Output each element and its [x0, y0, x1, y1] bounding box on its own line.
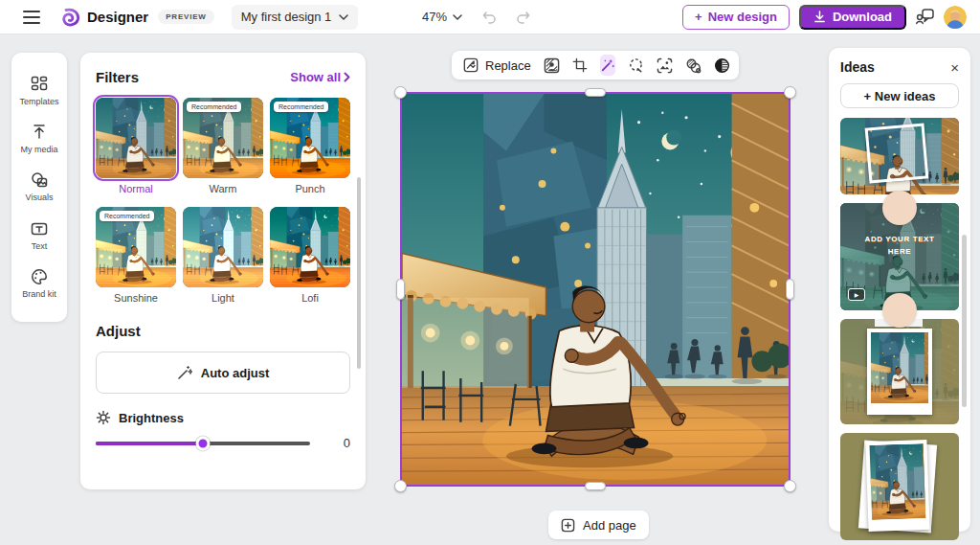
photo-frame-overlay — [865, 123, 929, 183]
filter-tile-punch[interactable]: Recommended Punch — [270, 98, 350, 194]
zoom-control[interactable]: 47% — [422, 10, 531, 25]
palette-icon — [31, 268, 48, 285]
background-blur-icon[interactable] — [544, 57, 560, 74]
brightness-label: Brightness — [119, 411, 184, 425]
new-design-label: New design — [708, 10, 777, 24]
sidebar-item-templates[interactable]: Templates — [11, 76, 67, 106]
auto-adjust-button[interactable]: Auto adjust — [96, 352, 350, 394]
filter-tile-warm[interactable]: Recommended Warm — [183, 98, 263, 194]
resize-handle-top-right[interactable] — [784, 86, 796, 99]
download-button[interactable]: Download — [799, 5, 906, 30]
remove-background-icon[interactable] — [657, 57, 673, 74]
ideas-panel: Ideas × + New ideas ADD YOUR TEXT HERE ▶ — [829, 48, 970, 532]
auto-adjust-label: Auto adjust — [201, 366, 270, 380]
decorative-dot — [882, 191, 917, 225]
brightness-slider-thumb[interactable] — [196, 436, 211, 450]
adjust-title: Adjust — [96, 323, 350, 339]
brightness-value: 0 — [344, 436, 350, 450]
canvas-image[interactable] — [400, 92, 791, 487]
upload-icon — [31, 124, 48, 141]
filters-scrollbar[interactable] — [357, 177, 361, 369]
new-ideas-label: New ideas — [875, 89, 936, 103]
zoom-level: 47% — [422, 10, 447, 24]
filter-tile-light[interactable]: Light — [183, 207, 263, 304]
ideas-scrollbar[interactable] — [962, 235, 967, 407]
download-icon — [813, 11, 826, 23]
filter-tile-sunshine[interactable]: Recommended Sunshine — [96, 207, 176, 304]
adjustments-icon[interactable] — [714, 57, 730, 74]
resize-handle-right[interactable] — [786, 279, 794, 300]
filter-tile-normal[interactable]: Normal — [96, 98, 176, 194]
new-ideas-button[interactable]: + New ideas — [840, 83, 959, 108]
new-design-button[interactable]: + New design — [682, 5, 790, 30]
polaroid-photo — [867, 329, 932, 415]
sidebar-item-label: Text — [32, 241, 48, 251]
idea-thumbnail-framed[interactable] — [840, 118, 959, 194]
replace-button[interactable]: Replace — [463, 57, 531, 73]
magic-wand-icon — [177, 365, 192, 380]
crop-icon[interactable] — [572, 57, 588, 73]
sidebar-item-label: Templates — [19, 97, 58, 106]
top-bar: Designer PREVIEW My first design 1 47% +… — [0, 0, 980, 34]
templates-icon — [31, 76, 48, 93]
resize-handle-top[interactable] — [585, 88, 606, 97]
artwork-illustration — [402, 94, 789, 485]
resize-handle-bottom[interactable] — [585, 482, 606, 490]
idea-thumbnail-polaroid[interactable] — [840, 319, 959, 424]
brightness-icon — [96, 410, 111, 425]
ideas-list: ADD YOUR TEXT HERE ▶ — [840, 118, 959, 540]
sidebar-item-visuals[interactable]: Visuals — [11, 171, 67, 202]
add-page-label: Add page — [583, 518, 636, 533]
filter-label: Punch — [270, 183, 350, 194]
filters-title: Filters — [96, 69, 139, 85]
resize-handle-bottom-left[interactable] — [394, 480, 407, 492]
preview-badge: PREVIEW — [158, 10, 214, 24]
design-name-dropdown[interactable]: My first design 1 — [232, 5, 359, 30]
redo-button[interactable] — [516, 10, 531, 25]
sidebar-item-brand-kit[interactable]: Brand kit — [11, 268, 67, 299]
download-label: Download — [833, 10, 892, 24]
tools-sidebar: Templates My media Visuals Text — [11, 53, 67, 322]
filter-label: Normal — [96, 183, 176, 194]
filter-label: Light — [183, 292, 263, 304]
add-page-icon — [561, 518, 575, 533]
plus-icon: + — [864, 89, 872, 103]
filter-grid: Normal Recommended Warm Recommended Punc… — [96, 98, 350, 304]
sidebar-item-text[interactable]: Text — [11, 220, 67, 251]
close-icon[interactable]: × — [950, 60, 959, 75]
magic-select-icon[interactable] — [628, 57, 644, 74]
sidebar-item-label: My media — [20, 145, 57, 154]
resize-handle-left[interactable] — [396, 279, 405, 300]
filter-label: Sunshine — [96, 292, 176, 304]
sidebar-item-label: Brand kit — [22, 289, 56, 299]
resize-handle-bottom-right[interactable] — [784, 480, 796, 492]
menu-icon[interactable] — [23, 11, 40, 24]
idea-thumbnail-stacked-polaroids[interactable] — [840, 433, 959, 540]
idea-overlay-text: ADD YOUR TEXT HERE — [840, 234, 959, 259]
undo-button[interactable] — [481, 10, 497, 25]
filter-tile-lofi[interactable]: Lofi — [270, 207, 350, 304]
plus-icon: + — [695, 10, 702, 24]
chevron-down-icon — [339, 14, 348, 20]
filter-label: Lofi — [270, 292, 350, 304]
ideas-title: Ideas — [840, 59, 875, 75]
image-toolbar: Replace — [452, 51, 739, 79]
add-page-button[interactable]: Add page — [548, 511, 649, 539]
recommended-badge: Recommended — [274, 102, 328, 112]
filters-panel: Filters Show all Normal Recommended Warm — [80, 53, 366, 489]
chevron-right-icon — [344, 72, 350, 82]
resize-handle-top-left[interactable] — [394, 86, 407, 99]
app-logo: Designer — [61, 8, 148, 27]
sidebar-item-my-media[interactable]: My media — [11, 124, 67, 154]
show-all-link[interactable]: Show all — [290, 70, 350, 84]
recommended-badge: Recommended — [187, 102, 241, 112]
user-avatar[interactable] — [944, 6, 967, 29]
recolor-icon[interactable] — [685, 57, 702, 74]
polaroid-photo-front — [865, 440, 929, 532]
text-icon — [31, 220, 48, 238]
filters-icon[interactable] — [600, 55, 615, 76]
video-play-icon: ▶ — [848, 288, 865, 301]
share-feedback-icon[interactable] — [916, 9, 934, 25]
brightness-slider[interactable] — [96, 442, 310, 445]
decorative-dot — [882, 293, 917, 328]
